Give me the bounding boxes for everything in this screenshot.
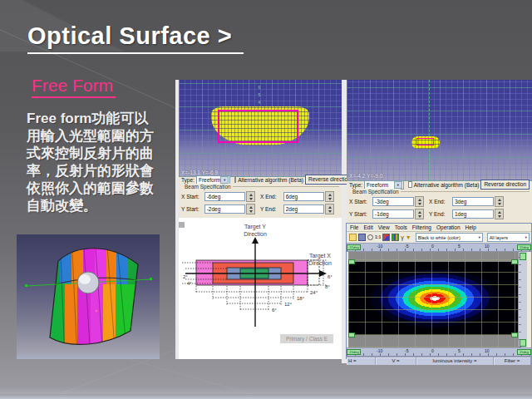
y-start-field[interactable]: -1deg — [372, 209, 414, 219]
layers-select[interactable]: All layers▼ — [487, 233, 530, 242]
y-end-spinner[interactable] — [325, 204, 334, 214]
corner-handle[interactable] — [511, 332, 518, 337]
menu-operation[interactable]: Operation — [436, 224, 461, 230]
corner-handle[interactable] — [348, 332, 355, 337]
presentation-slide: Optical Surface > Free Form Free form功能可… — [0, 0, 532, 399]
range-handle[interactable]: 15deg — [517, 349, 531, 355]
x-start-field[interactable]: -3deg — [372, 197, 414, 206]
slide-bottom-edge — [0, 394, 532, 399]
body-line: 式來控制反射片的曲 — [27, 145, 180, 162]
type-select[interactable]: Freeform ▼ — [364, 180, 404, 190]
x-start-spinner[interactable] — [246, 191, 255, 202]
reverse-direction-button[interactable]: Reverse direction — [480, 180, 530, 190]
range-handle[interactable]: -15deg — [347, 244, 361, 250]
status-h: H = — [347, 357, 376, 365]
range-handle[interactable]: -15deg — [347, 349, 361, 355]
range-handle[interactable] — [520, 253, 526, 260]
menu-bar: File Edit View Tools Filtering Operation… — [347, 224, 531, 232]
y-end-label: Y End: — [260, 206, 282, 212]
type-select[interactable]: Freeform ▼ — [196, 175, 230, 185]
tick-label: -5 — [405, 348, 408, 353]
beam-range-outline — [218, 110, 298, 143]
x-start-spinner[interactable] — [415, 196, 424, 207]
body-line: 依照你入的範圍參數 — [27, 180, 180, 197]
x-end-spinner[interactable] — [495, 196, 504, 207]
intensity-heatmap — [348, 252, 518, 347]
tick-label: 6 — [255, 84, 264, 91]
plot-grid — [348, 252, 518, 347]
beam-form: Type: Freeform ▼ Alternative algorithm (… — [347, 178, 532, 223]
x-end-field[interactable]: 3deg — [452, 197, 494, 206]
tick-label: -10 — [377, 244, 382, 249]
y-end-field[interactable]: 1deg — [452, 209, 494, 219]
corner-handle[interactable] — [348, 259, 355, 264]
body-paragraph: Free form功能可以 用輸入光型範圍的方 式來控制反射片的曲 率，反射片的… — [27, 110, 180, 214]
cad-panel-narrow-beam: X=-4.2 Y=-9.0 Type: Freeform ▼ Alternati… — [347, 80, 532, 223]
status-v: V = — [376, 357, 416, 365]
degree-label: 24° — [310, 290, 318, 295]
beam-zones-diagram: Target Y Direction Target X Direction — [179, 218, 342, 347]
tick-label: 5 — [458, 348, 461, 353]
y-end-spinner[interactable] — [495, 209, 504, 219]
body-line: 率，反射片的形狀會 — [27, 162, 180, 180]
chevron-down-icon[interactable]: ▼ — [220, 176, 229, 184]
svg-text:Direction: Direction — [308, 260, 332, 266]
degree-label: 2° — [183, 274, 188, 279]
beam-form: Type: Freeform ▼ Alternative algorithm (… — [179, 173, 342, 218]
x-end-field[interactable]: 6deg — [283, 192, 324, 201]
center-axis-line — [429, 80, 430, 181]
menu-help[interactable]: Help — [466, 224, 476, 230]
intensity-plot-area — [347, 252, 531, 347]
menu-filtering[interactable]: Filtering — [412, 224, 431, 230]
y-start-spinner[interactable] — [246, 204, 255, 214]
tick-label: 4 — [255, 99, 264, 106]
y-start-field[interactable]: -2deg — [204, 204, 245, 214]
x-end-label: X End: — [429, 199, 451, 204]
cad-viewport: X=-4.2 Y=-9.0 — [347, 80, 532, 181]
tick-label: -5 — [405, 244, 408, 249]
save-icon[interactable] — [358, 234, 366, 241]
y-start-spinner[interactable] — [415, 209, 424, 219]
chevron-down-icon[interactable]: ▼ — [394, 181, 402, 189]
target-y-label: Target Y — [244, 224, 266, 230]
menu-file[interactable]: File — [350, 224, 358, 230]
alternative-algorithm-label: Alternative algorithm (Beta) — [238, 177, 303, 183]
degree-label: 8° — [325, 284, 330, 289]
svg-text:Direction: Direction — [244, 231, 267, 237]
x-start-label: X Start: — [181, 194, 203, 200]
target-beam-diagram-panel: Target Y Direction Target X Direction — [179, 218, 342, 359]
scale-1-1-button[interactable]: 1:1 — [375, 234, 381, 241]
y-start-label: Y Start: — [181, 206, 203, 212]
alternative-algorithm-checkbox[interactable] — [408, 181, 412, 188]
gamma-icon[interactable]: γ — [401, 234, 404, 241]
tick-label: 10 — [485, 244, 490, 249]
tick-label: -10 — [377, 348, 382, 353]
zoom-icon[interactable] — [367, 234, 373, 240]
status-filter: Filter = — [494, 357, 531, 365]
tick-label: 10 — [485, 348, 490, 353]
open-icon[interactable] — [349, 234, 357, 241]
panel-corner-decoration — [179, 222, 185, 228]
menu-view[interactable]: View — [378, 224, 390, 230]
palette-select[interactable]: Black to white (color)▼ — [416, 233, 483, 242]
filter-icon[interactable]: ▼ — [406, 234, 411, 241]
menu-edit[interactable]: Edit — [363, 224, 372, 230]
contour-view-icon[interactable] — [382, 234, 390, 241]
cad-viewport: 6 5 4 3 2 X=-13.1 Y=-6.9 — [179, 80, 342, 177]
chart-view-icon[interactable] — [392, 234, 399, 241]
y-end-field[interactable]: 2deg — [283, 204, 324, 214]
subtitle-free-form: Free Form — [32, 76, 116, 98]
type-label: Type: — [349, 182, 362, 188]
alternative-algorithm-checkbox[interactable] — [234, 176, 236, 183]
x-end-spinner[interactable] — [325, 191, 334, 202]
corner-handle[interactable] — [511, 259, 518, 264]
range-handle[interactable]: 15deg — [517, 244, 531, 250]
tick-label: 0 — [431, 244, 434, 249]
degree-label: 18° — [297, 296, 305, 301]
range-handle[interactable] — [520, 339, 526, 347]
menu-tools[interactable]: Tools — [395, 224, 407, 230]
x-start-field[interactable]: -6deg — [204, 192, 245, 201]
body-line: 用輸入光型範圍的方 — [27, 127, 180, 145]
surface-svg — [17, 234, 160, 359]
body-line: Free form功能可以 — [27, 110, 180, 127]
